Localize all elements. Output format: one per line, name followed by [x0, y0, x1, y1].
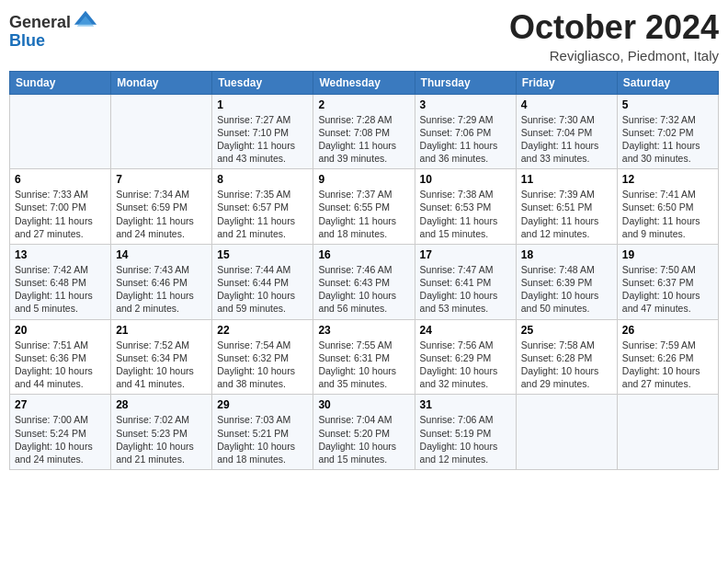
day-number: 5	[622, 98, 713, 111]
day-number: 3	[420, 98, 511, 111]
day-info: Sunrise: 7:42 AM Sunset: 6:48 PM Dayligh…	[15, 263, 106, 316]
calendar-cell: 20Sunrise: 7:51 AM Sunset: 6:36 PM Dayli…	[10, 319, 111, 395]
day-number: 1	[217, 98, 308, 111]
day-number: 13	[15, 248, 106, 261]
calendar-cell: 9Sunrise: 7:37 AM Sunset: 6:55 PM Daylig…	[313, 169, 415, 245]
calendar-cell: 13Sunrise: 7:42 AM Sunset: 6:48 PM Dayli…	[10, 244, 111, 319]
calendar-cell: 30Sunrise: 7:04 AM Sunset: 5:20 PM Dayli…	[313, 395, 415, 470]
day-info: Sunrise: 7:27 AM Sunset: 7:10 PM Dayligh…	[217, 113, 308, 166]
day-info: Sunrise: 7:44 AM Sunset: 6:44 PM Dayligh…	[217, 263, 308, 316]
calendar-cell: 11Sunrise: 7:39 AM Sunset: 6:51 PM Dayli…	[516, 169, 617, 245]
day-info: Sunrise: 7:56 AM Sunset: 6:29 PM Dayligh…	[420, 339, 511, 391]
day-info: Sunrise: 7:52 AM Sunset: 6:34 PM Dayligh…	[116, 339, 207, 391]
calendar-cell: 10Sunrise: 7:38 AM Sunset: 6:53 PM Dayli…	[415, 169, 516, 245]
calendar-cell: 4Sunrise: 7:30 AM Sunset: 7:04 PM Daylig…	[516, 94, 617, 169]
day-number: 31	[420, 398, 511, 411]
day-info: Sunrise: 7:33 AM Sunset: 7:00 PM Dayligh…	[15, 188, 106, 240]
day-number: 24	[420, 324, 511, 337]
day-number: 29	[217, 398, 308, 411]
day-number: 30	[318, 398, 409, 411]
calendar-cell	[617, 395, 718, 470]
location: Revigliasco, Piedmont, Italy	[509, 48, 719, 63]
calendar-cell: 24Sunrise: 7:56 AM Sunset: 6:29 PM Dayli…	[415, 319, 516, 395]
day-number: 15	[217, 248, 308, 261]
calendar-cell: 15Sunrise: 7:44 AM Sunset: 6:44 PM Dayli…	[212, 244, 313, 319]
calendar-header-row: SundayMondayTuesdayWednesdayThursdayFrid…	[10, 71, 719, 94]
page-header: General Blue October 2024 Revigliasco, P…	[9, 9, 719, 63]
calendar-cell: 17Sunrise: 7:47 AM Sunset: 6:41 PM Dayli…	[415, 244, 516, 319]
calendar-week-row: 27Sunrise: 7:00 AM Sunset: 5:24 PM Dayli…	[10, 395, 719, 470]
day-number: 8	[217, 173, 308, 186]
calendar-cell: 7Sunrise: 7:34 AM Sunset: 6:59 PM Daylig…	[111, 169, 212, 245]
calendar-cell: 14Sunrise: 7:43 AM Sunset: 6:46 PM Dayli…	[111, 244, 212, 319]
day-number: 25	[521, 324, 612, 337]
day-info: Sunrise: 7:41 AM Sunset: 6:50 PM Dayligh…	[622, 188, 713, 240]
column-header-saturday: Saturday	[617, 71, 718, 94]
column-header-monday: Monday	[111, 71, 212, 94]
day-info: Sunrise: 7:39 AM Sunset: 6:51 PM Dayligh…	[521, 188, 612, 240]
day-number: 7	[116, 173, 207, 186]
day-number: 12	[622, 173, 713, 186]
day-info: Sunrise: 7:46 AM Sunset: 6:43 PM Dayligh…	[318, 263, 409, 316]
day-info: Sunrise: 7:48 AM Sunset: 6:39 PM Dayligh…	[521, 263, 612, 316]
logo-icon	[73, 9, 98, 35]
calendar-week-row: 20Sunrise: 7:51 AM Sunset: 6:36 PM Dayli…	[10, 319, 719, 395]
calendar-cell	[516, 395, 617, 470]
calendar-cell	[10, 94, 111, 169]
calendar-cell: 6Sunrise: 7:33 AM Sunset: 7:00 PM Daylig…	[10, 169, 111, 245]
day-info: Sunrise: 7:32 AM Sunset: 7:02 PM Dayligh…	[622, 113, 713, 166]
calendar-cell: 3Sunrise: 7:29 AM Sunset: 7:06 PM Daylig…	[415, 94, 516, 169]
calendar-cell	[111, 94, 212, 169]
calendar-table: SundayMondayTuesdayWednesdayThursdayFrid…	[9, 71, 719, 470]
column-header-wednesday: Wednesday	[313, 71, 415, 94]
day-number: 10	[420, 173, 511, 186]
day-info: Sunrise: 7:59 AM Sunset: 6:26 PM Dayligh…	[622, 339, 713, 391]
day-number: 14	[116, 248, 207, 261]
day-number: 23	[318, 324, 409, 337]
day-number: 16	[318, 248, 409, 261]
calendar-cell: 21Sunrise: 7:52 AM Sunset: 6:34 PM Dayli…	[111, 319, 212, 395]
day-info: Sunrise: 7:38 AM Sunset: 6:53 PM Dayligh…	[420, 188, 511, 240]
calendar-cell: 8Sunrise: 7:35 AM Sunset: 6:57 PM Daylig…	[212, 169, 313, 245]
column-header-tuesday: Tuesday	[212, 71, 313, 94]
column-header-sunday: Sunday	[10, 71, 111, 94]
day-number: 22	[217, 324, 308, 337]
day-number: 27	[15, 398, 106, 411]
calendar-cell: 16Sunrise: 7:46 AM Sunset: 6:43 PM Dayli…	[313, 244, 415, 319]
day-info: Sunrise: 7:51 AM Sunset: 6:36 PM Dayligh…	[15, 339, 106, 391]
calendar-cell: 27Sunrise: 7:00 AM Sunset: 5:24 PM Dayli…	[10, 395, 111, 470]
calendar-cell: 19Sunrise: 7:50 AM Sunset: 6:37 PM Dayli…	[617, 244, 718, 319]
day-number: 19	[622, 248, 713, 261]
calendar-cell: 31Sunrise: 7:06 AM Sunset: 5:19 PM Dayli…	[415, 395, 516, 470]
logo-general: General	[9, 13, 71, 32]
calendar-cell: 22Sunrise: 7:54 AM Sunset: 6:32 PM Dayli…	[212, 319, 313, 395]
day-number: 2	[318, 98, 409, 111]
day-info: Sunrise: 7:34 AM Sunset: 6:59 PM Dayligh…	[116, 188, 207, 240]
calendar-cell: 5Sunrise: 7:32 AM Sunset: 7:02 PM Daylig…	[617, 94, 718, 169]
column-header-thursday: Thursday	[415, 71, 516, 94]
calendar-cell: 23Sunrise: 7:55 AM Sunset: 6:31 PM Dayli…	[313, 319, 415, 395]
day-info: Sunrise: 7:37 AM Sunset: 6:55 PM Dayligh…	[318, 188, 409, 240]
day-number: 18	[521, 248, 612, 261]
calendar-cell: 2Sunrise: 7:28 AM Sunset: 7:08 PM Daylig…	[313, 94, 415, 169]
calendar-week-row: 6Sunrise: 7:33 AM Sunset: 7:00 PM Daylig…	[10, 169, 719, 245]
day-number: 6	[15, 173, 106, 186]
calendar-cell: 1Sunrise: 7:27 AM Sunset: 7:10 PM Daylig…	[212, 94, 313, 169]
day-info: Sunrise: 7:00 AM Sunset: 5:24 PM Dayligh…	[15, 413, 106, 465]
day-info: Sunrise: 7:06 AM Sunset: 5:19 PM Dayligh…	[420, 413, 511, 465]
month-title: October 2024	[509, 9, 719, 46]
day-info: Sunrise: 7:03 AM Sunset: 5:21 PM Dayligh…	[217, 413, 308, 465]
day-info: Sunrise: 7:58 AM Sunset: 6:28 PM Dayligh…	[521, 339, 612, 391]
day-number: 4	[521, 98, 612, 111]
calendar-cell: 25Sunrise: 7:58 AM Sunset: 6:28 PM Dayli…	[516, 319, 617, 395]
day-number: 21	[116, 324, 207, 337]
day-info: Sunrise: 7:02 AM Sunset: 5:23 PM Dayligh…	[116, 413, 207, 465]
day-info: Sunrise: 7:35 AM Sunset: 6:57 PM Dayligh…	[217, 188, 308, 240]
day-info: Sunrise: 7:28 AM Sunset: 7:08 PM Dayligh…	[318, 113, 409, 166]
day-info: Sunrise: 7:47 AM Sunset: 6:41 PM Dayligh…	[420, 263, 511, 316]
calendar-cell: 28Sunrise: 7:02 AM Sunset: 5:23 PM Dayli…	[111, 395, 212, 470]
day-info: Sunrise: 7:55 AM Sunset: 6:31 PM Dayligh…	[318, 339, 409, 391]
day-info: Sunrise: 7:04 AM Sunset: 5:20 PM Dayligh…	[318, 413, 409, 465]
calendar-cell: 26Sunrise: 7:59 AM Sunset: 6:26 PM Dayli…	[617, 319, 718, 395]
calendar-cell: 18Sunrise: 7:48 AM Sunset: 6:39 PM Dayli…	[516, 244, 617, 319]
